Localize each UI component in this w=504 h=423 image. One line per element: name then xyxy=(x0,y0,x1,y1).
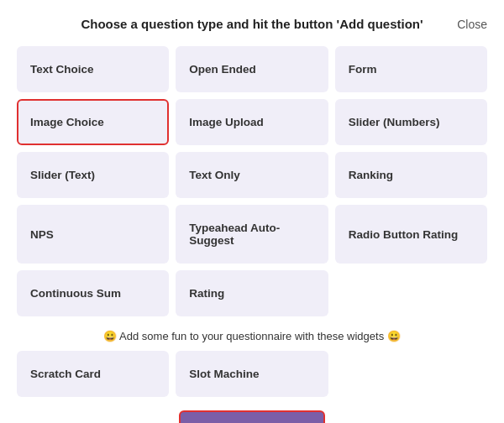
grid-item-rating[interactable]: Rating xyxy=(176,270,328,316)
add-question-button[interactable]: Add question xyxy=(179,410,325,423)
grid-item-text-only[interactable]: Text Only xyxy=(176,152,328,198)
grid-item-form[interactable]: Form xyxy=(335,46,487,92)
dialog-title: Choose a question type and hit the butto… xyxy=(17,17,487,31)
add-question-container: Add question xyxy=(17,410,487,423)
dialog-header: Choose a question type and hit the butto… xyxy=(17,17,487,31)
grid-item-typeahead[interactable]: Typeahead Auto-Suggest xyxy=(176,205,328,264)
grid-item-open-ended[interactable]: Open Ended xyxy=(176,46,328,92)
grid-item-continuous-sum[interactable]: Continuous Sum xyxy=(17,270,169,316)
widget-item-scratch-card[interactable]: Scratch Card xyxy=(17,351,169,397)
grid-item-image-choice[interactable]: Image Choice xyxy=(17,99,169,145)
grid-item-radio-button-rating[interactable]: Radio Button Rating xyxy=(335,205,487,264)
widgets-grid: Scratch CardSlot Machine xyxy=(17,351,487,397)
grid-item-image-upload[interactable]: Image Upload xyxy=(176,99,328,145)
widgets-label: 😀 Add some fun to your questionnaire wit… xyxy=(17,330,487,342)
grid-item-nps[interactable]: NPS xyxy=(17,205,169,264)
question-type-grid: Text ChoiceOpen EndedFormImage ChoiceIma… xyxy=(17,46,487,316)
close-button[interactable]: Close xyxy=(457,18,487,31)
widget-item-slot-machine[interactable]: Slot Machine xyxy=(176,351,328,397)
widgets-section: 😀 Add some fun to your questionnaire wit… xyxy=(17,330,487,397)
grid-item-slider-text[interactable]: Slider (Text) xyxy=(17,152,169,198)
grid-item-text-choice[interactable]: Text Choice xyxy=(17,46,169,92)
grid-item-slider-numbers[interactable]: Slider (Numbers) xyxy=(335,99,487,145)
grid-item-ranking[interactable]: Ranking xyxy=(335,152,487,198)
